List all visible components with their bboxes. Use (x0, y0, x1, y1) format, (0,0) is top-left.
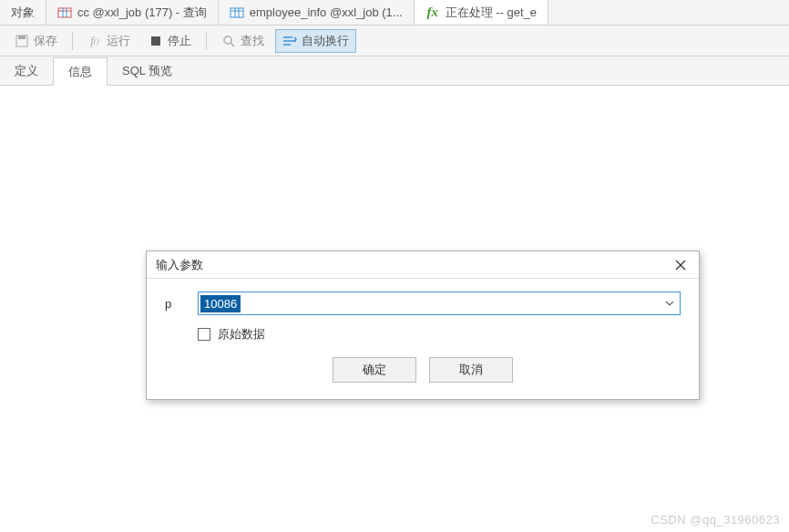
search-icon (221, 34, 236, 48)
tab-label: cc @xxl_job (177) - 查询 (77, 5, 207, 21)
wrap-label: 自动换行 (302, 33, 349, 49)
sub-tabs: 定义 信息 SQL 预览 (0, 56, 789, 86)
input-params-dialog: 输入参数 p 10086 原始数据 确定 取消 (146, 251, 700, 400)
find-button[interactable]: 查找 (214, 29, 272, 53)
toolbar-separator (72, 32, 73, 50)
wrap-icon (282, 34, 297, 48)
dialog-title: 输入参数 (156, 257, 203, 273)
param-row: p 10086 (165, 292, 681, 315)
svg-line-12 (231, 43, 234, 46)
param-combobox[interactable]: 10086 (198, 292, 681, 315)
function-run-icon: f() (87, 34, 102, 48)
tab-label: 对象 (11, 5, 35, 21)
tab-label: 正在处理 -- get_e (446, 5, 537, 21)
dialog-body: p 10086 原始数据 确定 取消 (147, 279, 699, 399)
stop-button[interactable]: 停止 (141, 29, 199, 53)
tab-sql-preview[interactable]: SQL 预览 (108, 57, 187, 85)
toolbar-separator (206, 32, 207, 50)
param-value[interactable]: 10086 (200, 295, 241, 312)
tab-objects[interactable]: 对象 (0, 0, 46, 25)
save-icon (15, 34, 29, 48)
function-icon: fx (425, 5, 440, 20)
svg-rect-10 (151, 36, 160, 46)
stop-label: 停止 (168, 33, 191, 49)
svg-rect-4 (231, 8, 243, 17)
raw-data-checkbox[interactable] (198, 328, 210, 341)
cancel-button[interactable]: 取消 (429, 357, 513, 383)
tab-query-employee[interactable]: employee_info @xxl_job (1... (219, 0, 415, 25)
top-tabs-bar: 对象 cc @xxl_job (177) - 查询 employee_info … (0, 0, 789, 26)
raw-data-label: 原始数据 (218, 326, 265, 343)
toolbar: 保存 f() 运行 停止 查找 自动换行 (0, 26, 789, 56)
table-icon (230, 5, 244, 20)
run-button[interactable]: f() 运行 (80, 29, 138, 53)
ok-button[interactable]: 确定 (333, 357, 416, 383)
chevron-down-icon[interactable] (660, 301, 680, 306)
dialog-titlebar: 输入参数 (147, 251, 699, 279)
svg-rect-9 (18, 36, 26, 39)
run-label: 运行 (107, 33, 130, 49)
table-icon (57, 5, 72, 20)
watermark: CSDN @qq_31960623 (651, 513, 780, 527)
close-button[interactable] (671, 256, 690, 274)
tab-define[interactable]: 定义 (0, 57, 53, 85)
svg-rect-0 (58, 8, 71, 17)
save-button[interactable]: 保存 (7, 29, 65, 53)
find-label: 查找 (241, 33, 264, 49)
tab-processing[interactable]: fx 正在处理 -- get_e (415, 0, 548, 25)
raw-data-row: 原始数据 (198, 326, 681, 343)
stop-icon (149, 34, 163, 48)
dialog-buttons: 确定 取消 (165, 357, 681, 383)
close-icon (675, 260, 686, 271)
tab-label: employee_info @xxl_job (1... (250, 5, 403, 19)
wrap-button[interactable]: 自动换行 (275, 29, 356, 53)
tab-info[interactable]: 信息 (53, 57, 108, 86)
param-label: p (165, 297, 183, 311)
svg-point-11 (224, 36, 231, 44)
save-label: 保存 (34, 33, 57, 49)
param-input-wrap[interactable]: 10086 (199, 293, 660, 314)
tab-query-cc[interactable]: cc @xxl_job (177) - 查询 (46, 0, 219, 25)
